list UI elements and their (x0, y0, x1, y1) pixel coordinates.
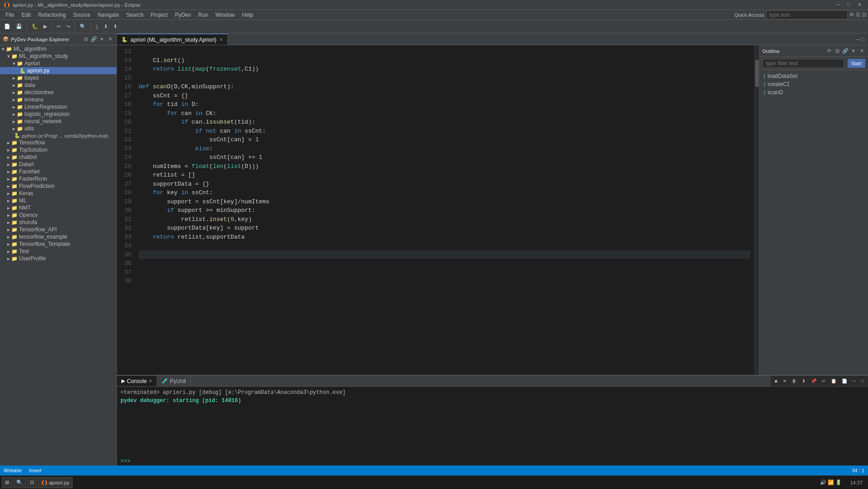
console-tab-close[interactable]: ✕ (149, 379, 152, 384)
tree-item-apriori-py[interactable]: 🐍 apriori.py (0, 67, 116, 74)
minimize-button[interactable]: ─ (834, 2, 843, 8)
debug-button[interactable]: 🐛 (29, 22, 40, 32)
start-button[interactable]: ⊞ (2, 477, 12, 488)
menu-search[interactable]: Search (123, 11, 147, 19)
console-scroll-button[interactable]: ⬇ (800, 376, 808, 386)
tree-item-shurufa[interactable]: ▸ 📁 shurufa (0, 219, 116, 226)
menu-pydev[interactable]: PyDev (171, 11, 194, 19)
maximize-editor-button[interactable]: □ (861, 37, 864, 42)
tree-item-python[interactable]: 🐍 python (e:\Progr ... conda3\python.exe… (0, 132, 116, 139)
collapse-all-button[interactable]: ⊟ (82, 36, 89, 43)
step-into-button[interactable]: ⬇ (101, 22, 110, 32)
outline-close-button[interactable]: ✕ (858, 48, 865, 55)
tree-item-apriori-folder[interactable]: ▾ 📁 Apriori (0, 60, 116, 67)
tree-item-dataa[interactable]: ▸ 📁 DataA (0, 161, 116, 168)
editor-scrollbar-thumb[interactable] (755, 60, 759, 87)
tab-close-button[interactable]: ✕ (219, 37, 223, 42)
save-button[interactable]: 💾 (14, 22, 24, 32)
tree-item-nmt[interactable]: ▸ 📁 NMT (0, 204, 116, 211)
tree-item-userprofile[interactable]: ▸ 📁 UserProfile (0, 255, 116, 262)
outline-item-createc1[interactable]: ƒ createC1 (762, 80, 866, 88)
tree-item-opencv[interactable]: ▸ 📁 Opencv (0, 211, 116, 219)
tree-item-decisiontree[interactable]: ▸ 📁 decisiontree (0, 89, 116, 96)
tree-item-tf-api[interactable]: ▸ 📁 Tensorflow_API (0, 226, 116, 233)
console-tab[interactable]: ▶ Console ✕ (117, 376, 157, 386)
tree-item-tf-template[interactable]: ▸ 📁 Tensorflow_Template (0, 240, 116, 248)
tree-item-data[interactable]: ▸ 📁 data (0, 82, 116, 89)
console-terminate-button[interactable]: ■ (772, 376, 780, 386)
tree-item-kmeans[interactable]: ▸ 📁 kmeans (0, 96, 116, 103)
menu-navigate[interactable]: Navigate (94, 11, 122, 19)
outline-link-button[interactable]: 🔗 (842, 48, 849, 55)
tree-item-facenet[interactable]: ▸ 📁 FaceNet (0, 168, 116, 175)
minimize-editor-button[interactable]: ─ (856, 37, 860, 42)
link-editor-button[interactable]: 🔗 (90, 36, 97, 43)
task-view-button[interactable]: ⊡ (27, 477, 37, 488)
tree-item-tf-example[interactable]: ▸ 📁 tensorflow_example (0, 233, 116, 240)
toolbar-extra-btn1[interactable]: ☰ (856, 12, 860, 18)
pyunit-tab[interactable]: 🧪 PyUnit (157, 376, 191, 386)
outline-filter-input[interactable] (762, 59, 844, 68)
menu-refactoring[interactable]: Refactoring (34, 11, 69, 19)
tree-item-topsolution[interactable]: ▸ 📁 TopSolution (0, 146, 116, 153)
editor-tab-apriori[interactable]: 🐍 apriori (ML_algorithm_study.Apriori) ✕ (117, 34, 228, 45)
new-button[interactable]: 📄 (2, 22, 13, 32)
console-maximize-button[interactable]: □ (859, 376, 866, 386)
tree-item-bayes[interactable]: ▸ 📁 bayes (0, 74, 116, 82)
console-clear-button[interactable]: 🗑 (790, 376, 799, 386)
tree-label: FlowPrediction (19, 183, 55, 189)
tree-item-fasterrcnn[interactable]: ▸ 📁 FasterRcnn (0, 175, 116, 182)
explorer-menu-button[interactable]: ▾ (98, 36, 106, 43)
console-copy-button[interactable]: 📋 (829, 376, 839, 386)
maximize-button[interactable]: □ (844, 2, 853, 8)
expand-icon: ▸ (13, 75, 15, 81)
menu-file[interactable]: File (2, 11, 18, 19)
outline-collapse-button[interactable]: ⊟ (834, 48, 841, 55)
outline-item-scand[interactable]: ƒ scanD (762, 88, 866, 96)
step-over-button[interactable]: ⤵ (93, 22, 101, 32)
quick-access-input[interactable] (766, 10, 848, 19)
search-button[interactable]: 🔍 (77, 22, 88, 32)
tree-item-chatbot[interactable]: ▸ 📁 chatbot (0, 153, 116, 161)
menu-help[interactable]: Help (238, 11, 257, 19)
step-return-button[interactable]: ⬆ (111, 22, 120, 32)
code-content[interactable]: C1.sort() return list(map(frozenset,C1))… (135, 45, 754, 375)
explorer-close-button[interactable]: ✕ (106, 36, 114, 43)
menu-window[interactable]: Window (212, 11, 239, 19)
tree-item-test[interactable]: ▸ 📁 Test (0, 248, 116, 255)
menu-run[interactable]: Run (195, 11, 212, 19)
tree-item-utils[interactable]: ▸ 📁 utils (0, 125, 116, 132)
tree-item-linearreg[interactable]: ▸ 📁 LinearRegression (0, 103, 116, 110)
tree-item-ml[interactable]: ▸ 📁 ML (0, 197, 116, 204)
search-taskbar-button[interactable]: 🔍 (13, 477, 26, 488)
outline-sync-button[interactable]: ⟳ (825, 48, 833, 55)
tree-item-ml-study[interactable]: ▾ 📁 ML_algorithm_study (0, 53, 116, 60)
editor-scrollbar[interactable] (754, 45, 759, 375)
toolbar-extra-btn2[interactable]: ⊡ (862, 12, 866, 18)
outline-start-button[interactable]: Start (848, 59, 865, 68)
menu-source[interactable]: Source (69, 11, 94, 19)
outline-menu-button[interactable]: ▾ (850, 48, 857, 55)
tree-item-neural[interactable]: ▸ 📁 neural_network (0, 118, 116, 125)
redo-button[interactable]: ↪ (64, 22, 72, 32)
code-editor[interactable]: 12 13 14 15 16 17 18 19 20 21 22 23 24 2… (117, 45, 759, 375)
console-output-area[interactable]: <terminated> apriori.py [debug] [e:\Prog… (117, 387, 868, 457)
tree-item-logistic[interactable]: ▸ 📁 logistic_regression (0, 110, 116, 118)
run-button[interactable]: ▶ (41, 22, 49, 32)
menu-edit[interactable]: Edit (18, 11, 34, 19)
eclipse-taskbar-button[interactable]: apriori.py (38, 477, 72, 488)
tree-item-ml-algorithm[interactable]: ▾ 📁 ML_algorithm (0, 45, 116, 53)
console-prompt[interactable]: >>> (117, 457, 868, 465)
tree-item-keras[interactable]: ▸ 📁 Keras (0, 190, 116, 197)
console-pin-button[interactable]: 📌 (809, 376, 819, 386)
console-paste-button[interactable]: 📄 (839, 376, 849, 386)
tree-item-flowpred[interactable]: ▸ 📁 FlowPrediction (0, 182, 116, 190)
undo-button[interactable]: ↩ (54, 22, 63, 32)
console-minimize-button[interactable]: ─ (850, 376, 858, 386)
outline-item-loaddataset[interactable]: ƒ loadDataSet (762, 72, 866, 80)
console-wrap-button[interactable]: ↵ (820, 376, 828, 386)
tree-item-tensorflow[interactable]: ▸ 📁 Tensorflow (0, 139, 116, 146)
close-button[interactable]: ✕ (855, 2, 864, 8)
console-remove-button[interactable]: ✕ (781, 376, 789, 386)
menu-project[interactable]: Project (147, 11, 171, 19)
